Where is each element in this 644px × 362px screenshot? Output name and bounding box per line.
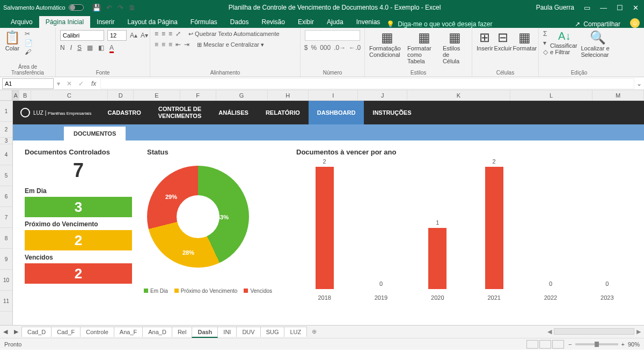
currency-icon[interactable]: $: [304, 44, 308, 51]
underline-button[interactable]: S: [77, 44, 82, 51]
align-top-icon[interactable]: ≡: [155, 30, 158, 38]
enter-icon[interactable]: ✓: [75, 80, 87, 87]
col-header[interactable]: J: [358, 90, 407, 100]
sheet-tab[interactable]: Cad_D: [21, 327, 52, 337]
align-right-icon[interactable]: ≡: [169, 41, 172, 48]
nav-instrucoes[interactable]: INSTRUÇÕES: [364, 101, 420, 124]
tab-formulas[interactable]: Fórmulas: [184, 16, 224, 28]
redo-icon[interactable]: ↷: [118, 4, 123, 12]
col-header[interactable]: A: [12, 90, 19, 100]
row-header[interactable]: 6: [0, 186, 12, 207]
wrap-text-button[interactable]: ↩ Quebrar Texto Automaticamente: [188, 31, 280, 38]
col-header[interactable]: B: [19, 90, 31, 100]
align-middle-icon[interactable]: ≡: [162, 30, 165, 38]
maximize-icon[interactable]: ☐: [617, 4, 623, 12]
comma-icon[interactable]: 000: [320, 44, 331, 51]
sheet-tab[interactable]: Ana_D: [142, 327, 172, 337]
tab-data[interactable]: Dados: [224, 16, 255, 28]
nav-relatorio[interactable]: RELATÓRIO: [257, 101, 309, 124]
sheet-tab[interactable]: Ana_F: [114, 327, 143, 337]
fx-icon[interactable]: fx: [87, 80, 100, 87]
insert-cells-button[interactable]: ⊞Inserir: [477, 30, 493, 51]
font-size-input[interactable]: [107, 30, 127, 41]
tab-file[interactable]: Arquivo: [4, 16, 39, 28]
row-header[interactable]: 7: [0, 207, 12, 228]
sheet-tab[interactable]: LUZ: [284, 327, 307, 337]
view-pagebreak-icon[interactable]: [552, 340, 564, 349]
save-icon[interactable]: 💾: [92, 4, 101, 12]
tab-scroll-left-icon[interactable]: ◀: [0, 328, 11, 335]
tell-me-search[interactable]: 💡 Diga-me o que você deseja fazer: [386, 20, 492, 28]
nav-controle[interactable]: CONTROLE DEVENCIMENTOS: [150, 101, 210, 124]
nav-analises[interactable]: ANÁLISES: [210, 101, 257, 124]
col-header[interactable]: I: [309, 90, 358, 100]
tab-invenias[interactable]: Invenias: [350, 16, 387, 28]
sheet-tab[interactable]: Cad_F: [51, 327, 80, 337]
fill-icon[interactable]: ▾: [543, 39, 548, 47]
tab-help[interactable]: Ajuda: [320, 16, 350, 28]
font-color-icon[interactable]: A: [109, 44, 114, 51]
nav-dashboard[interactable]: DASHBOARD: [309, 101, 364, 124]
cancel-icon[interactable]: ✕: [63, 80, 75, 87]
clear-icon[interactable]: ◇: [543, 48, 548, 56]
tab-insert[interactable]: Inserir: [90, 16, 121, 28]
dec-decimal-icon[interactable]: ←.0: [349, 44, 361, 51]
col-header[interactable]: D: [108, 90, 134, 100]
ribbon-options-icon[interactable]: ▭: [584, 4, 590, 12]
expand-formula-icon[interactable]: ⌄: [634, 80, 644, 87]
sort-filter-button[interactable]: A↓Classificar e Filtrar: [550, 30, 579, 55]
row-header[interactable]: 2: [0, 122, 12, 138]
minimize-icon[interactable]: —: [600, 4, 607, 12]
view-pagelayout-icon[interactable]: [539, 340, 551, 349]
col-header[interactable]: F: [180, 90, 216, 100]
undo-icon[interactable]: ↶: [106, 4, 112, 12]
select-all-cell[interactable]: [0, 90, 12, 100]
indent-dec-icon[interactable]: ⇤: [175, 41, 181, 48]
name-box[interactable]: [2, 78, 54, 89]
col-header[interactable]: L: [510, 90, 592, 100]
indent-inc-icon[interactable]: ⇥: [184, 41, 189, 48]
row-header[interactable]: 8: [0, 228, 12, 249]
tab-home[interactable]: Página Inicial: [39, 16, 90, 28]
align-center-icon[interactable]: ≡: [162, 41, 165, 48]
close-icon[interactable]: ✕: [633, 4, 639, 12]
row-header[interactable]: 9: [0, 249, 12, 270]
tab-view[interactable]: Exibir: [291, 16, 320, 28]
row-header[interactable]: 5: [0, 165, 12, 186]
fill-color-icon[interactable]: ◧: [98, 44, 104, 51]
italic-button[interactable]: I: [70, 44, 72, 51]
sheet-tab[interactable]: DUV: [236, 327, 260, 337]
col-header[interactable]: M: [592, 90, 644, 100]
align-left-icon[interactable]: ≡: [155, 41, 158, 48]
find-select-button[interactable]: 🔍Localizar e Selecionar: [581, 30, 615, 58]
row-header[interactable]: 3: [0, 138, 12, 144]
worksheet[interactable]: 1 2 3 4 5 6 7 8 9 10 11 LUZ | Planilhas …: [0, 101, 644, 325]
tab-layout[interactable]: Layout da Página: [121, 16, 184, 28]
subtab-documentos[interactable]: DOCUMENTOS: [64, 127, 126, 141]
row-header[interactable]: 11: [0, 291, 12, 312]
user-name[interactable]: Paula Guerra: [536, 4, 574, 11]
view-normal-icon[interactable]: [526, 340, 538, 349]
bold-button[interactable]: N: [60, 44, 65, 51]
cell-styles-button[interactable]: ▦Estilos de Célula: [443, 30, 467, 64]
share-button[interactable]: ↗ Compartilhar: [569, 20, 626, 28]
new-sheet-button[interactable]: ⊕: [306, 327, 322, 337]
col-header[interactable]: H: [268, 90, 309, 100]
quickprint-icon[interactable]: 🗎: [129, 4, 136, 12]
autosave-toggle[interactable]: Salvamento Automático: [3, 4, 84, 11]
sheet-tab[interactable]: Dash: [192, 327, 218, 338]
format-painter-icon[interactable]: 🖌: [25, 48, 33, 56]
copy-icon[interactable]: 📄: [25, 39, 33, 47]
percent-icon[interactable]: %: [311, 44, 317, 51]
sheet-tab[interactable]: Rel: [172, 327, 193, 337]
col-header[interactable]: E: [134, 90, 180, 100]
orientation-icon[interactable]: ⤢: [175, 30, 181, 38]
row-header[interactable]: 4: [0, 144, 12, 165]
autosum-icon[interactable]: Σ: [543, 30, 548, 38]
feedback-icon[interactable]: ☺: [630, 18, 640, 28]
row-header[interactable]: 10: [0, 270, 12, 291]
paste-button[interactable]: 📋Colar: [4, 30, 20, 51]
tab-review[interactable]: Revisão: [255, 16, 291, 28]
merge-button[interactable]: ⊞ Mesclar e Centralizar ▾: [197, 41, 264, 48]
tab-scroll-right-icon[interactable]: ▶: [11, 328, 21, 335]
